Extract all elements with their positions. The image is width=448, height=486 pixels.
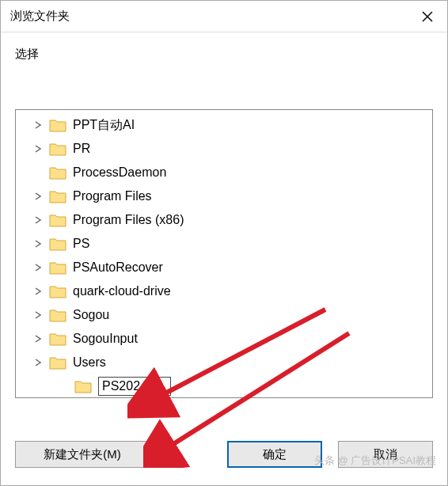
folder-icon: [49, 237, 66, 251]
tree-row[interactable]: PPT自动AI: [16, 113, 432, 137]
tree-row[interactable]: Program Files: [16, 184, 432, 208]
close-icon: [422, 11, 433, 22]
folder-label: PSAutoRecover: [73, 260, 163, 275]
chevron-right-icon[interactable]: [32, 190, 44, 203]
folder-label: SogouInput: [73, 332, 138, 346]
folder-label: quark-cloud-drive: [73, 284, 171, 298]
folder-label: Users: [73, 355, 106, 370]
folder-icon: [49, 189, 66, 203]
browse-folder-dialog: 浏览文件夹 选择 PPT自动AI PR: [0, 0, 448, 486]
folder-icon: [49, 284, 66, 298]
tree-row[interactable]: ProcessDaemon: [16, 161, 432, 184]
chevron-right-icon[interactable]: [32, 214, 44, 226]
tree-row-editing[interactable]: [16, 374, 432, 397]
chevron-right-icon[interactable]: [32, 356, 44, 369]
folder-icon: [49, 142, 66, 156]
tree-row[interactable]: SogouInput: [16, 327, 432, 351]
folder-icon: [49, 332, 66, 346]
folder-icon: [49, 118, 66, 132]
chevron-right-icon[interactable]: [32, 142, 44, 155]
close-button[interactable]: [408, 1, 447, 32]
chevron-right-icon[interactable]: [32, 332, 44, 345]
dialog-title: 浏览文件夹: [10, 9, 408, 24]
folder-label: PPT自动AI: [73, 117, 135, 134]
tree-row[interactable]: PSAutoRecover: [16, 256, 432, 279]
folder-label: Sogou: [73, 308, 109, 322]
folder-label: ProcessDaemon: [73, 165, 166, 180]
folder-label: PR: [73, 142, 90, 156]
folder-icon: [49, 308, 66, 322]
chevron-right-icon[interactable]: [32, 285, 44, 298]
tree-row[interactable]: Sogou: [16, 303, 432, 327]
folder-tree-container: PPT自动AI PR ProcessDaemon Program Files: [15, 109, 433, 398]
folder-icon: [74, 379, 92, 393]
folder-icon: [49, 165, 66, 180]
watermark-text: 头条 @ 广告设计PSAI教程: [314, 454, 436, 468]
folder-icon: [49, 260, 66, 275]
chevron-right-icon[interactable]: [32, 237, 44, 250]
folder-label: PS: [73, 237, 89, 251]
prompt-label: 选择: [15, 47, 433, 62]
chevron-right-icon[interactable]: [32, 309, 44, 321]
chevron-right-icon[interactable]: [32, 261, 44, 274]
dialog-body: 选择 PPT自动AI PR ProcessDaemon: [1, 32, 447, 427]
tree-row[interactable]: PS: [16, 232, 432, 256]
folder-name-input[interactable]: [98, 377, 171, 396]
folder-icon: [49, 355, 66, 370]
ok-button[interactable]: 确定: [227, 441, 322, 468]
tree-row[interactable]: quark-cloud-drive: [16, 279, 432, 303]
titlebar: 浏览文件夹: [1, 1, 447, 32]
folder-tree[interactable]: PPT自动AI PR ProcessDaemon Program Files: [16, 110, 432, 397]
folder-icon: [49, 213, 66, 227]
chevron-right-icon[interactable]: [32, 119, 44, 131]
watermark: 头条 @ 广告设计PSAI教程: [314, 454, 436, 468]
folder-label: Program Files (x86): [73, 213, 184, 227]
tree-row[interactable]: PR: [16, 137, 432, 161]
tree-row[interactable]: Users: [16, 351, 432, 374]
tree-row[interactable]: Program Files (x86): [16, 208, 432, 232]
new-folder-button[interactable]: 新建文件夹(M): [15, 441, 150, 468]
folder-label: Program Files: [73, 189, 152, 203]
